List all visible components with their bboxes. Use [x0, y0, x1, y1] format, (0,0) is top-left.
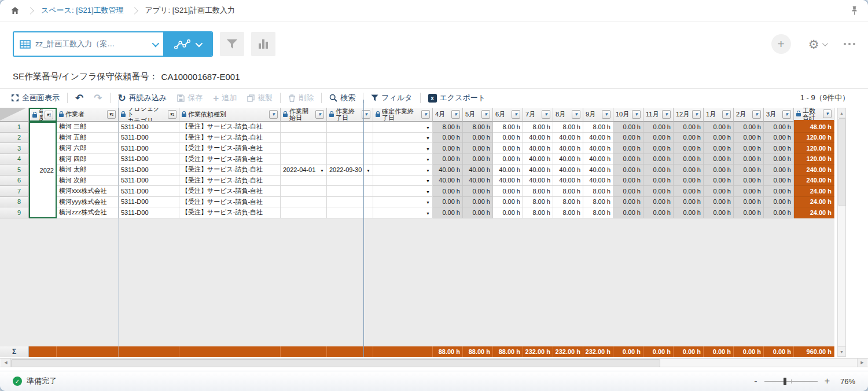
cell-month[interactable]: 0.00 h — [764, 133, 794, 144]
column-header-month_10[interactable]: 10月 — [613, 108, 643, 122]
cell-month[interactable]: 8.00 h — [583, 122, 613, 133]
cell-month[interactable]: 40.00 h — [583, 176, 613, 187]
column-filter-button[interactable] — [269, 110, 278, 119]
cell-month[interactable]: 40.00 h — [463, 165, 493, 176]
cell-month[interactable]: 40.00 h — [523, 143, 553, 154]
cell-month[interactable]: 0.00 h — [704, 165, 734, 176]
cell-month[interactable]: 0.00 h — [674, 165, 704, 176]
cell-month[interactable]: 0.00 h — [734, 207, 764, 218]
redo-button[interactable]: ↷ — [89, 90, 107, 105]
cell-worker[interactable]: 横河 太郎 — [57, 165, 119, 176]
column-header-project_category[interactable]: プロジェクト カテゴリ — [119, 108, 179, 122]
cell-month[interactable]: 0.00 h — [463, 207, 493, 218]
breadcrumb-space-link[interactable]: スペース: [S21]工数管理 — [41, 5, 124, 16]
cell-month[interactable]: 0.00 h — [643, 143, 674, 154]
cell-end-date[interactable] — [327, 197, 373, 208]
cell-confirmed-end-date[interactable] — [373, 122, 433, 133]
column-filter-button[interactable] — [421, 110, 430, 119]
cell-confirmed-end-date[interactable] — [373, 165, 433, 176]
cell-end-date[interactable] — [327, 154, 373, 165]
column-header-work_type[interactable]: 作業依頼種別 — [179, 108, 281, 122]
cell-month[interactable]: 0.00 h — [674, 122, 704, 133]
cell-project-category[interactable]: 5311-D00 — [119, 154, 179, 165]
cell-month[interactable]: 0.00 h — [433, 133, 463, 144]
cell-month[interactable]: 0.00 h — [493, 207, 523, 218]
column-header-month_06[interactable]: 6月 — [493, 108, 523, 122]
dropdown-arrow-icon[interactable] — [320, 166, 324, 173]
row-header[interactable]: 8 — [0, 197, 29, 208]
scroll-left-icon[interactable]: ◀ — [1, 359, 11, 367]
search-button[interactable]: 検索 — [324, 90, 361, 105]
cell-year-merged[interactable]: 2022 — [29, 122, 57, 218]
cell-total[interactable]: 24.00 h — [794, 207, 834, 218]
cell-month[interactable]: 0.00 h — [704, 197, 734, 208]
column-sort-filter-button[interactable] — [107, 110, 116, 119]
cell-month[interactable]: 0.00 h — [613, 154, 643, 165]
cell-start-date[interactable] — [281, 186, 327, 197]
cell-month[interactable]: 0.00 h — [613, 133, 643, 144]
column-filter-button[interactable] — [632, 110, 641, 119]
cell-month[interactable]: 40.00 h — [433, 176, 463, 187]
cell-month[interactable]: 8.00 h — [553, 186, 583, 197]
cell-month[interactable]: 0.00 h — [643, 165, 674, 176]
cell-month[interactable]: 40.00 h — [463, 176, 493, 187]
cell-total[interactable]: 120.00 h — [794, 143, 834, 154]
column-header-month_04[interactable]: 4月 — [433, 108, 463, 122]
cell-end-date[interactable] — [327, 133, 373, 144]
cell-project-category[interactable]: 5311-D00 — [119, 133, 179, 144]
cell-project-category[interactable]: 5311-D00 — [119, 143, 179, 154]
export-button[interactable]: x エクスポート — [423, 90, 491, 105]
delete-button[interactable]: 削除 — [283, 90, 319, 105]
filter-button[interactable]: フィルタ — [366, 90, 417, 105]
cell-work-type[interactable]: 【受注】サービス-請負-自社 — [179, 207, 281, 218]
cell-month[interactable]: 8.00 h — [583, 197, 613, 208]
column-header-month_02[interactable]: 2月 — [734, 108, 764, 122]
cell-month[interactable]: 40.00 h — [523, 133, 553, 144]
cell-month[interactable]: 40.00 h — [523, 165, 553, 176]
cell-month[interactable]: 0.00 h — [433, 143, 463, 154]
cell-month[interactable]: 40.00 h — [523, 176, 553, 187]
cell-month[interactable]: 0.00 h — [674, 197, 704, 208]
zoom-slider[interactable] — [764, 378, 818, 385]
cell-total[interactable]: 240.00 h — [794, 165, 834, 176]
cell-month[interactable]: 0.00 h — [734, 197, 764, 208]
cell-worker[interactable]: 横河xxx株式会社 — [57, 186, 119, 197]
undo-button[interactable]: ↶ — [70, 90, 89, 105]
cell-month[interactable]: 0.00 h — [433, 197, 463, 208]
cell-month[interactable]: 0.00 h — [433, 207, 463, 218]
cell-month[interactable]: 0.00 h — [734, 186, 764, 197]
cell-worker[interactable]: 横河 四郎 — [57, 154, 119, 165]
cell-month[interactable]: 0.00 h — [643, 154, 674, 165]
cell-month[interactable]: 0.00 h — [764, 197, 794, 208]
cell-month[interactable]: 40.00 h — [553, 133, 583, 144]
dropdown-arrow-icon[interactable] — [426, 155, 430, 162]
column-header-year[interactable]: 年度 — [29, 108, 57, 122]
cell-work-type[interactable]: 【受注】サービス-請負-自社 — [179, 133, 281, 144]
cell-month[interactable]: 8.00 h — [433, 122, 463, 133]
cell-end-date[interactable]: 2022-09-30 — [327, 165, 373, 176]
cell-month[interactable]: 0.00 h — [613, 197, 643, 208]
cell-start-date[interactable]: 2022-04-01 — [281, 165, 327, 176]
cell-month[interactable]: 0.00 h — [463, 143, 493, 154]
cell-work-type[interactable]: 【受注】サービス-請負-自社 — [179, 186, 281, 197]
cell-month[interactable]: 0.00 h — [674, 186, 704, 197]
cell-month[interactable]: 8.00 h — [523, 122, 553, 133]
chart-view-button[interactable] — [163, 32, 212, 56]
cell-work-type[interactable]: 【受注】サービス-請負-自社 — [179, 122, 281, 133]
cell-confirmed-end-date[interactable] — [373, 176, 433, 187]
cell-total[interactable]: 120.00 h — [794, 154, 834, 165]
cell-confirmed-end-date[interactable] — [373, 207, 433, 218]
cell-project-category[interactable]: 5311-D00 — [119, 122, 179, 133]
column-filter-button[interactable] — [823, 109, 832, 118]
cell-month[interactable]: 0.00 h — [613, 143, 643, 154]
row-header[interactable]: 4 — [0, 154, 29, 165]
cell-worker[interactable]: 横河 五郎 — [57, 133, 119, 144]
dropdown-arrow-icon[interactable] — [426, 198, 430, 205]
cell-month[interactable]: 0.00 h — [734, 176, 764, 187]
cell-month[interactable]: 0.00 h — [674, 207, 704, 218]
dropdown-arrow-icon[interactable] — [426, 145, 430, 152]
cell-project-category[interactable]: 5311-D00 — [119, 207, 179, 218]
cell-month[interactable]: 0.00 h — [613, 165, 643, 176]
cell-month[interactable]: 40.00 h — [493, 165, 523, 176]
zoom-in-button[interactable]: + — [825, 377, 830, 386]
